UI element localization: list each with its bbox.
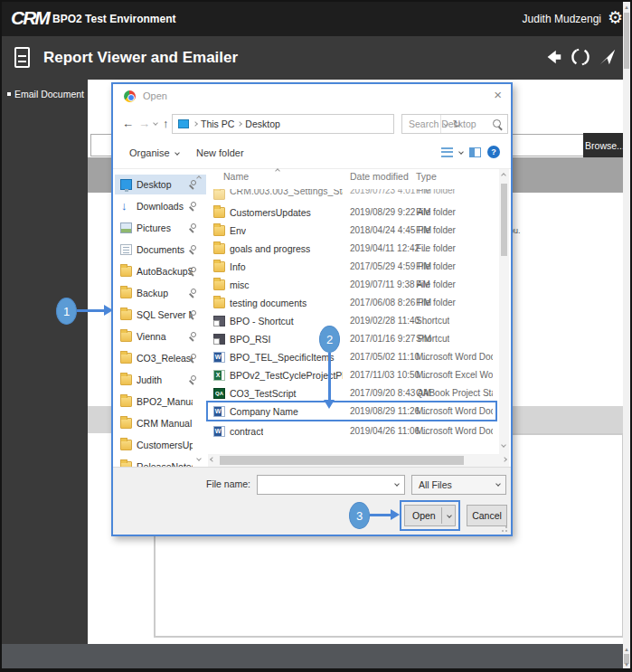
send-icon[interactable] xyxy=(598,47,618,67)
file-row[interactable]: BPO_TEL_SpecificItems2017/05/02 11:10 ..… xyxy=(208,348,495,365)
file-row[interactable]: Env2018/04/24 4:45 PMFile folder xyxy=(208,222,495,239)
file-row-company-name[interactable]: Company Name2019/08/29 11:26 ...Microsof… xyxy=(208,402,495,420)
nav-item-folder[interactable]: BPO2_Manuals xyxy=(115,392,206,412)
column-header-type[interactable]: Type xyxy=(416,171,437,182)
app-title: BPO2 Test Environment xyxy=(52,13,175,25)
file-row[interactable]: Info2017/05/29 4:59 PMFile folder xyxy=(208,258,495,275)
cancel-button[interactable]: Cancel xyxy=(467,505,507,526)
sidebar-item-email-document[interactable]: Email Document xyxy=(7,89,84,99)
nav-item-folder[interactable]: Backup xyxy=(115,283,206,303)
breadcrumb-this-pc[interactable]: This PC xyxy=(197,118,238,129)
pin-icon xyxy=(189,375,197,384)
pin-icon xyxy=(189,310,197,319)
folder-icon xyxy=(213,243,225,254)
file-row[interactable]: contract2019/04/26 11:06 ...Microsoft Wo… xyxy=(208,422,495,440)
scrollbar-thumb[interactable] xyxy=(624,13,629,69)
nav-item-folder[interactable]: CustomersUpda xyxy=(115,435,206,455)
word-icon xyxy=(213,406,225,417)
file-row[interactable]: BPOv2_TestCycleProjectPlan_v2(1)2017/11/… xyxy=(208,366,495,383)
file-row[interactable]: testing documents2017/06/08 8:26 PMFile … xyxy=(208,294,495,311)
breadcrumb-desktop[interactable]: Desktop xyxy=(241,118,284,129)
scroll-left-icon[interactable] xyxy=(210,457,215,462)
file-row[interactable]: CRM.003.003_Settings_StageGateConfig2019… xyxy=(208,189,495,200)
scroll-down-icon[interactable] xyxy=(501,442,506,448)
open-button[interactable]: Open xyxy=(404,505,456,526)
scroll-right-icon[interactable] xyxy=(502,457,507,462)
nav-item-folder[interactable]: Judith xyxy=(115,370,206,390)
nav-back-icon[interactable]: ← xyxy=(122,117,134,130)
open-dropdown-chevron-icon[interactable] xyxy=(447,513,452,518)
nav-item-downloads[interactable]: Downloads xyxy=(115,196,206,216)
open-button-highlight: Open xyxy=(400,500,460,531)
bullet-icon xyxy=(7,92,11,96)
dialog-body: Desktop Downloads Pictures Documents Aut… xyxy=(113,169,511,467)
dialog-titlebar[interactable]: Open × xyxy=(113,84,511,109)
dialog-footer: File name: All Files Open Cancel xyxy=(113,467,511,535)
file-row[interactable]: CustomersUpdates2019/08/29 9:22 AMFile f… xyxy=(208,203,495,221)
nav-item-folder[interactable]: SQL Server M xyxy=(115,305,206,325)
downloads-icon xyxy=(120,201,132,212)
scroll-up-icon[interactable] xyxy=(501,173,506,178)
preview-pane-icon[interactable] xyxy=(469,147,481,157)
nav-item-desktop[interactable]: Desktop xyxy=(115,175,206,194)
file-type-select[interactable]: All Files xyxy=(411,475,506,495)
list-vertical-scrollbar[interactable] xyxy=(499,169,509,454)
dialog-toolbar: Organise New folder ? xyxy=(113,139,511,169)
nav-item-pictures[interactable]: Pictures xyxy=(115,218,206,238)
scroll-down-icon[interactable]: ▼ xyxy=(623,661,630,668)
address-bar: ← → ↑ This PC Desktop ↻ Search Desktop xyxy=(113,109,511,139)
split-divider xyxy=(441,507,442,524)
column-header-date[interactable]: Date modified xyxy=(350,171,409,182)
page-scrollbar[interactable]: ▲ ▲ ▼ xyxy=(623,2,630,668)
column-header-name[interactable]: Name xyxy=(223,171,249,182)
nav-item-documents[interactable]: Documents xyxy=(115,240,206,260)
resize-grip[interactable] xyxy=(501,525,508,533)
view-chevron-icon[interactable] xyxy=(458,149,464,155)
scrollbar-thumb[interactable] xyxy=(501,184,507,256)
file-row[interactable]: misc2019/07/11 9:38 AMFile folder xyxy=(208,276,495,293)
breadcrumb[interactable]: This PC Desktop ↻ xyxy=(172,114,394,134)
chrome-icon xyxy=(124,90,136,102)
folder-icon xyxy=(120,353,132,364)
sidebar-item-label: Email Document xyxy=(14,89,84,99)
nav-item-folder[interactable]: ReleaseNotes xyxy=(115,457,206,467)
nav-forward-icon[interactable]: → xyxy=(138,117,150,130)
nav-up-icon[interactable]: ↑ xyxy=(163,117,169,130)
list-horizontal-scrollbar[interactable] xyxy=(208,454,509,467)
document-icon xyxy=(14,47,30,68)
organise-menu[interactable]: Organise xyxy=(129,147,179,158)
folder-icon xyxy=(213,189,225,200)
scroll-up-icon[interactable]: ▲ xyxy=(623,646,630,653)
back-icon[interactable] xyxy=(543,47,563,67)
file-name-input[interactable] xyxy=(257,475,405,495)
sidebar: Email Document xyxy=(2,80,88,644)
desktop-icon xyxy=(120,179,132,190)
folder-location-icon xyxy=(178,119,189,128)
nav-item-folder[interactable]: CRM Manual 3 xyxy=(115,413,206,433)
callout-2-number: 2 xyxy=(319,326,340,353)
callout-2-arrow-line xyxy=(328,353,331,400)
file-row[interactable]: CO3_TestScript2017/09/20 8:43 AMQABook P… xyxy=(208,384,495,402)
new-folder-button[interactable]: New folder xyxy=(196,147,244,158)
nav-item-folder[interactable]: Vienna xyxy=(115,327,206,346)
nav-item-folder[interactable]: AutoBackupS xyxy=(115,261,206,281)
list-view-icon[interactable] xyxy=(441,147,453,157)
browse-button[interactable]: Browse... xyxy=(583,133,627,157)
scrollbar-thumb[interactable] xyxy=(220,456,464,465)
folder-icon xyxy=(120,440,132,450)
search-input[interactable]: Search Desktop xyxy=(401,114,508,134)
chevron-down-icon[interactable] xyxy=(394,481,400,487)
file-row[interactable]: goals and progress2019/04/11 12:42 ...Fi… xyxy=(208,240,495,257)
nav-item-folder[interactable]: CO3_Release: xyxy=(115,348,206,368)
file-row[interactable]: BPO_RSI2017/01/16 9:27 PMShortcut xyxy=(208,330,495,347)
open-button-label: Open xyxy=(412,510,436,521)
file-row[interactable]: BPO - Shortcut2019/02/28 11:40 ...Shortc… xyxy=(208,312,495,329)
pin-icon xyxy=(189,332,197,341)
close-icon[interactable]: × xyxy=(494,87,502,102)
nav-history-chevron-icon[interactable] xyxy=(153,120,158,126)
help-icon[interactable]: ? xyxy=(487,146,500,158)
callout-2: 2 xyxy=(319,326,340,353)
refresh-icon[interactable] xyxy=(571,47,590,67)
scroll-up-icon[interactable]: ▲ xyxy=(623,4,630,11)
gear-icon[interactable]: ⚙ xyxy=(608,7,623,28)
